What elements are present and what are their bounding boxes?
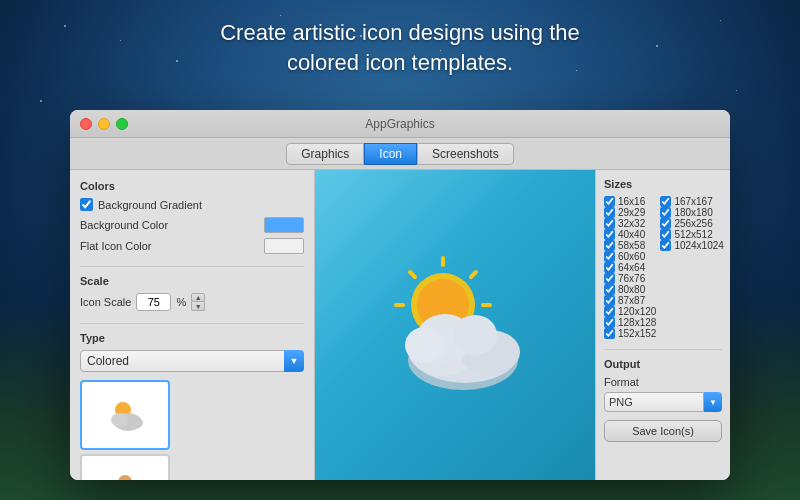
size-152-checkbox[interactable] bbox=[604, 328, 615, 339]
scale-row: Icon Scale 75 % ▲ ▼ bbox=[80, 293, 304, 311]
icon-preview bbox=[365, 250, 545, 400]
size-76: 76x76 bbox=[604, 273, 656, 284]
size-120: 120x120 bbox=[604, 306, 656, 317]
scale-stepper: ▲ ▼ bbox=[191, 293, 205, 311]
size-256-checkbox[interactable] bbox=[660, 218, 671, 229]
size-40-checkbox[interactable] bbox=[604, 229, 615, 240]
size-87-checkbox[interactable] bbox=[604, 295, 615, 306]
tab-graphics[interactable]: Graphics bbox=[286, 143, 364, 165]
icon-scale-input[interactable]: 75 bbox=[136, 293, 171, 311]
size-32-checkbox[interactable] bbox=[604, 218, 615, 229]
left-panel: Colors Background Gradient Background Co… bbox=[70, 170, 315, 480]
type-dropdown-arrow: ▼ bbox=[284, 350, 304, 372]
format-dropdown-arrow: ▼ bbox=[704, 392, 722, 412]
icon-thumbnails bbox=[80, 380, 304, 480]
size-80-checkbox[interactable] bbox=[604, 284, 615, 295]
bg-color-swatch[interactable] bbox=[264, 217, 304, 233]
size-256: 256x256 bbox=[660, 218, 724, 229]
scale-label: Scale bbox=[80, 275, 304, 287]
bg-gradient-row: Background Gradient bbox=[80, 198, 304, 211]
type-label: Type bbox=[80, 332, 304, 344]
bg-color-row: Background Color bbox=[80, 217, 304, 233]
svg-line-12 bbox=[410, 272, 415, 277]
svg-point-4 bbox=[118, 475, 132, 480]
size-40: 40x40 bbox=[604, 229, 656, 240]
app-window: AppGraphics Graphics Icon Screenshots Co… bbox=[70, 110, 730, 480]
window-title: AppGraphics bbox=[365, 117, 434, 131]
titlebar: AppGraphics bbox=[70, 110, 730, 138]
size-120-checkbox[interactable] bbox=[604, 306, 615, 317]
size-16-checkbox[interactable] bbox=[604, 196, 615, 207]
size-87: 87x87 bbox=[604, 295, 656, 306]
scale-section: Scale Icon Scale 75 % ▲ ▼ bbox=[80, 266, 304, 311]
colors-label: Colors bbox=[80, 180, 304, 192]
svg-point-3 bbox=[127, 417, 143, 429]
maximize-button[interactable] bbox=[116, 118, 128, 130]
sizes-label: Sizes bbox=[604, 178, 722, 190]
svg-point-22 bbox=[405, 327, 445, 363]
size-58-checkbox[interactable] bbox=[604, 240, 615, 251]
size-76-checkbox[interactable] bbox=[604, 273, 615, 284]
svg-point-21 bbox=[453, 315, 497, 355]
traffic-lights bbox=[80, 118, 128, 130]
size-512: 512x512 bbox=[660, 229, 724, 240]
size-16: 16x16 bbox=[604, 196, 656, 207]
scale-up-button[interactable]: ▲ bbox=[191, 293, 205, 302]
minimize-button[interactable] bbox=[98, 118, 110, 130]
format-dropdown[interactable]: PNG JPEG TIFF bbox=[604, 392, 704, 412]
title-area: Create artistic icon designs using the c… bbox=[0, 18, 800, 77]
size-32: 32x32 bbox=[604, 218, 656, 229]
output-section: Output Format PNG JPEG TIFF ▼ Save Icon(… bbox=[604, 349, 722, 442]
size-1024-checkbox[interactable] bbox=[660, 240, 671, 251]
thumb-unselected[interactable] bbox=[80, 454, 170, 480]
type-section: Type Colored Flat Glyph ▼ bbox=[80, 323, 304, 480]
size-128-checkbox[interactable] bbox=[604, 317, 615, 328]
svg-line-14 bbox=[471, 272, 476, 277]
tab-screenshots[interactable]: Screenshots bbox=[417, 143, 514, 165]
thumb-selected[interactable] bbox=[80, 380, 170, 450]
icon-scale-label: Icon Scale bbox=[80, 296, 131, 308]
colors-section: Colors Background Gradient Background Co… bbox=[80, 180, 304, 254]
size-64-checkbox[interactable] bbox=[604, 262, 615, 273]
flat-icon-color-swatch[interactable] bbox=[264, 238, 304, 254]
format-dropdown-row: PNG JPEG TIFF ▼ bbox=[604, 392, 722, 412]
flat-icon-color-label: Flat Icon Color bbox=[80, 240, 152, 252]
content-area: Colors Background Gradient Background Co… bbox=[70, 170, 730, 480]
output-label: Output bbox=[604, 358, 722, 370]
close-button[interactable] bbox=[80, 118, 92, 130]
bg-color-label: Background Color bbox=[80, 219, 168, 231]
size-60: 60x60 bbox=[604, 251, 656, 262]
size-80: 80x80 bbox=[604, 284, 656, 295]
size-152: 152x152 bbox=[604, 328, 656, 339]
percent-symbol: % bbox=[176, 296, 186, 308]
flat-icon-color-row: Flat Icon Color bbox=[80, 238, 304, 254]
sizes-grid: 16x16 29x29 32x32 40x40 bbox=[604, 196, 722, 339]
scale-down-button[interactable]: ▼ bbox=[191, 302, 205, 311]
size-29: 29x29 bbox=[604, 207, 656, 218]
right-panel: Sizes 16x16 29x29 32x32 bbox=[595, 170, 730, 480]
title-text: Create artistic icon designs using the c… bbox=[0, 18, 800, 77]
size-167-checkbox[interactable] bbox=[660, 196, 671, 207]
type-dropdown-row: Colored Flat Glyph ▼ bbox=[80, 350, 304, 372]
svg-point-2 bbox=[111, 413, 129, 427]
tab-icon[interactable]: Icon bbox=[364, 143, 417, 165]
toolbar: Graphics Icon Screenshots bbox=[70, 138, 730, 170]
format-label: Format bbox=[604, 376, 722, 388]
size-29-checkbox[interactable] bbox=[604, 207, 615, 218]
size-167: 167x167 bbox=[660, 196, 724, 207]
size-64: 64x64 bbox=[604, 262, 656, 273]
main-canvas bbox=[315, 170, 595, 480]
size-180: 180x180 bbox=[660, 207, 724, 218]
size-128: 128x128 bbox=[604, 317, 656, 328]
bg-gradient-label: Background Gradient bbox=[98, 199, 202, 211]
size-60-checkbox[interactable] bbox=[604, 251, 615, 262]
size-58: 58x58 bbox=[604, 240, 656, 251]
bg-gradient-checkbox[interactable] bbox=[80, 198, 93, 211]
type-dropdown[interactable]: Colored Flat Glyph bbox=[80, 350, 285, 372]
save-button[interactable]: Save Icon(s) bbox=[604, 420, 722, 442]
size-512-checkbox[interactable] bbox=[660, 229, 671, 240]
size-180-checkbox[interactable] bbox=[660, 207, 671, 218]
size-1024: 1024x1024 bbox=[660, 240, 724, 251]
